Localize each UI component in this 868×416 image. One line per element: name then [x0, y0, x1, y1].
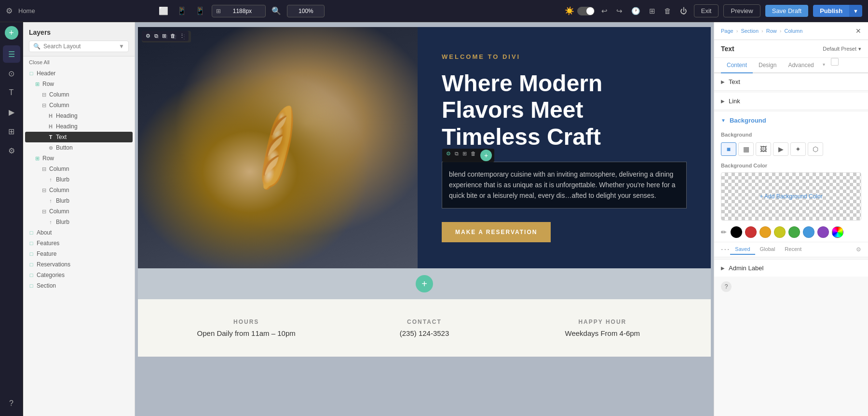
row-duplicate-icon[interactable]: ⧉: [153, 32, 160, 40]
layer-item-column-5[interactable]: ⊟ Column: [25, 206, 133, 217]
publish-dropdown-button[interactable]: ▼: [849, 5, 862, 17]
breadcrumb-page[interactable]: Page: [721, 28, 733, 34]
color-tab-global[interactable]: Global: [755, 244, 780, 255]
text-section-header[interactable]: ▶ Text: [714, 73, 868, 90]
bg-pattern-type-button[interactable]: ✦: [790, 142, 806, 156]
color-swatch-yellow[interactable]: [774, 226, 786, 238]
layer-item-section[interactable]: □ Section: [25, 280, 133, 291]
panel-close-button[interactable]: ✕: [855, 27, 861, 35]
close-all-button[interactable]: Close All: [23, 56, 135, 68]
layer-item-column-3[interactable]: ⊟ Column: [25, 164, 133, 174]
row-settings-icon[interactable]: ⚙: [144, 32, 152, 40]
preview-button[interactable]: Preview: [723, 4, 760, 17]
tabs-more-button[interactable]: ▾: [820, 58, 828, 72]
layer-item-text[interactable]: T Text: [25, 132, 133, 142]
history-button[interactable]: 🕐: [629, 5, 642, 17]
mobile-view-button[interactable]: 📱: [193, 4, 207, 17]
layer-item-column-1[interactable]: ⊟ Column: [25, 89, 133, 100]
add-element-button[interactable]: +: [5, 26, 18, 40]
theme-toggle[interactable]: ☀️: [565, 6, 595, 15]
layer-item-categories[interactable]: □ Categories: [25, 270, 133, 280]
width-input[interactable]: [223, 6, 261, 16]
search-icon[interactable]: ⊙: [3, 65, 20, 82]
row-delete-icon[interactable]: 🗑: [169, 32, 177, 40]
background-section-header[interactable]: ▼ Background: [714, 112, 868, 129]
bg-gradient-type-button[interactable]: ▦: [738, 142, 754, 156]
undo-button[interactable]: ↩: [599, 5, 610, 17]
color-swatch-rainbow[interactable]: [832, 226, 843, 238]
layout-button[interactable]: ⊞: [647, 5, 657, 17]
add-inline-button[interactable]: +: [480, 150, 492, 161]
exit-button[interactable]: Exit: [694, 4, 719, 17]
layer-item-heading-1[interactable]: H Heading: [25, 111, 133, 121]
layer-item-blurb-1[interactable]: ↑ Blurb: [25, 174, 133, 185]
trash-button[interactable]: 🗑: [662, 5, 673, 17]
cta-button[interactable]: MAKE A RESERVATION: [442, 222, 551, 242]
power-button[interactable]: ⏻: [678, 5, 689, 17]
layer-item-about[interactable]: □ About: [25, 227, 133, 238]
settings-icon[interactable]: ⚙: [6, 6, 13, 15]
settings-tools-icon[interactable]: ⚙: [3, 142, 20, 159]
color-swatch-orange[interactable]: [760, 226, 771, 238]
help-icon[interactable]: ?: [3, 395, 20, 412]
layer-item-button[interactable]: ⊕ Button: [25, 142, 133, 153]
color-swatch-blue[interactable]: [803, 226, 814, 238]
layer-item-header[interactable]: □ Header: [25, 68, 133, 79]
color-settings-button[interactable]: ⚙: [856, 244, 861, 255]
save-draft-button[interactable]: Save Draft: [765, 5, 808, 17]
add-bg-color-button[interactable]: + Add Background Color: [760, 193, 822, 200]
tab-advanced[interactable]: Advanced: [782, 58, 819, 73]
color-swatch-black[interactable]: [731, 226, 742, 238]
row-layout-icon[interactable]: ⊞: [161, 32, 168, 40]
text-icon[interactable]: T: [3, 84, 20, 101]
color-swatch-purple[interactable]: [817, 226, 829, 238]
tablet-view-button[interactable]: 📱: [175, 4, 189, 17]
desktop-view-button[interactable]: ⬜: [157, 4, 170, 17]
color-edit-icon[interactable]: ✏: [721, 228, 727, 236]
text-duplicate-icon[interactable]: ⧉: [453, 150, 460, 161]
color-swatch-green[interactable]: [788, 226, 800, 238]
tab-design[interactable]: Design: [753, 58, 782, 73]
modules-icon[interactable]: ⊞: [3, 123, 20, 140]
help-button[interactable]: ?: [721, 281, 732, 292]
publish-button[interactable]: Publish: [813, 5, 849, 17]
breadcrumb-row[interactable]: Row: [766, 28, 777, 34]
add-section-button[interactable]: +: [416, 275, 433, 292]
link-section-header[interactable]: ▶ Link: [714, 93, 868, 110]
layers-icon[interactable]: ☰: [3, 45, 20, 63]
bg-image-type-button[interactable]: 🖼: [756, 142, 771, 156]
layer-item-column-4[interactable]: ⊟ Column: [25, 185, 133, 195]
layer-item-row-2[interactable]: ⊞ Row: [25, 153, 133, 164]
layer-item-reservations[interactable]: □ Reservations: [25, 259, 133, 270]
bg-color-swatch[interactable]: + Add Background Color: [721, 172, 861, 221]
filter-icon[interactable]: ▼: [119, 43, 124, 50]
default-preset-button[interactable]: Default Preset ▾: [823, 46, 861, 52]
text-settings-icon[interactable]: ⚙: [445, 150, 452, 161]
row-more-icon[interactable]: ⋮: [178, 32, 186, 40]
tab-content[interactable]: Content: [721, 58, 753, 73]
layer-item-blurb-2[interactable]: ↑ Blurb: [25, 195, 133, 206]
breadcrumb-column[interactable]: Column: [784, 28, 802, 34]
search-input[interactable]: [43, 43, 116, 50]
color-tab-saved[interactable]: Saved: [730, 244, 755, 255]
bg-color-type-button[interactable]: ■: [721, 142, 736, 156]
color-swatch-red[interactable]: [745, 226, 757, 238]
layer-item-heading-2[interactable]: H Heading: [25, 121, 133, 132]
bg-mask-type-button[interactable]: ⬡: [808, 142, 823, 156]
text-lock-icon[interactable]: ⊞: [461, 150, 468, 161]
zoom-input[interactable]: [291, 6, 320, 16]
layer-item-features[interactable]: □ Features: [25, 238, 133, 249]
media-icon[interactable]: ▶: [3, 103, 20, 121]
redo-button[interactable]: ↪: [614, 5, 624, 17]
layer-item-blurb-3[interactable]: ↑ Blurb: [25, 217, 133, 227]
text-delete-icon[interactable]: 🗑: [469, 150, 477, 161]
breadcrumb-section[interactable]: Section: [741, 28, 759, 34]
bg-video-type-button[interactable]: ▶: [773, 142, 788, 156]
panel-checkbox[interactable]: [831, 58, 839, 66]
hero-text-module[interactable]: ⚙ ⧉ ⊞ 🗑 + blend contemporary cuisine wit…: [442, 162, 687, 208]
layer-item-row[interactable]: ⊞ Row: [25, 79, 133, 89]
admin-label-header[interactable]: ▶ Admin Label: [721, 264, 861, 272]
layer-item-column-2[interactable]: ⊟ Column: [25, 100, 133, 111]
layer-item-feature[interactable]: □ Feature: [25, 249, 133, 259]
color-tab-recent[interactable]: Recent: [780, 244, 806, 255]
